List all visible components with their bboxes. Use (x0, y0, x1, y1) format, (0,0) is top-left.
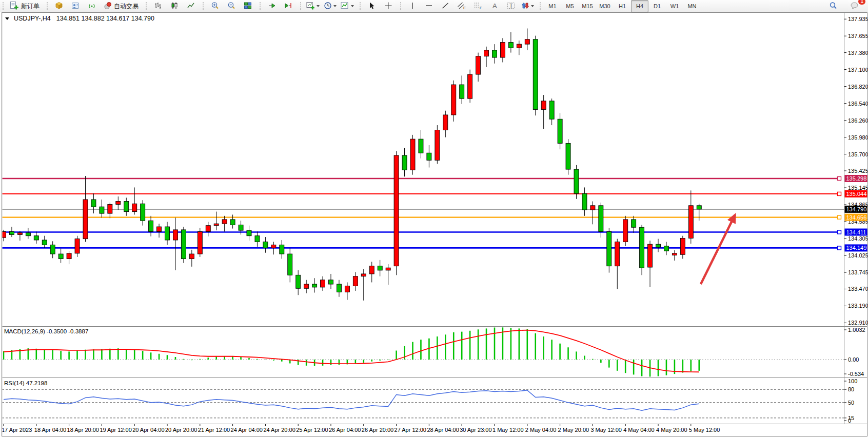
candle-body (525, 39, 529, 44)
macd-axis-tick: -0.534 (848, 371, 864, 377)
candle-body (321, 280, 325, 287)
rsi-axis-tick: 0 (848, 418, 851, 424)
rsi-axis-tick: 50 (848, 400, 854, 406)
candle-body (541, 101, 546, 110)
time-axis-label: 5 May 12:00 (689, 427, 720, 433)
candle-body (280, 245, 284, 254)
candle-body (492, 50, 497, 57)
candle-body (410, 139, 415, 170)
time-axis-label: 28 Apr 04:00 (427, 427, 459, 433)
candle-body (198, 231, 202, 254)
candle-body (460, 85, 464, 98)
time-axis-label: 1 May 12:00 (492, 427, 524, 433)
candle-body (386, 268, 390, 270)
time-axis-label: 30 Apr 23:00 (460, 427, 491, 433)
candle-body (476, 56, 481, 74)
candle-body (83, 200, 88, 239)
candle-body (607, 231, 611, 266)
candle-body (451, 85, 456, 115)
chart-symbol-period: USDJPY-,H4 (14, 15, 51, 22)
candle-body (296, 275, 301, 288)
candle-body (116, 202, 121, 205)
time-axis-label: 20 Apr 20:00 (165, 427, 197, 433)
candle-body (26, 233, 30, 236)
time-axis-label: 21 Apr 12:00 (198, 427, 230, 433)
candle-body (402, 155, 407, 170)
price-axis-tick: 134.025 (848, 252, 868, 259)
price-line-handle[interactable] (838, 176, 841, 180)
candle-body (247, 230, 251, 236)
price-axis-tick: 135.145 (848, 185, 868, 191)
time-axis-label: 18 Apr 20:00 (67, 427, 99, 433)
candle-body (427, 153, 431, 160)
candle-body (230, 220, 235, 225)
candle-body (688, 206, 693, 239)
candle-body (337, 284, 341, 292)
time-axis-label: 3 May 12:00 (590, 427, 622, 433)
candle-body (582, 193, 587, 210)
candle-body (189, 254, 194, 259)
price-line-handle[interactable] (838, 230, 841, 234)
candle-body (664, 246, 668, 251)
candle-body (599, 206, 603, 232)
candle-body (124, 202, 129, 212)
candle-body (42, 240, 47, 245)
candle-body (361, 274, 366, 276)
candle-body (206, 226, 210, 232)
price-axis-tick: 137.655 (848, 33, 868, 39)
price-badge: 134.656 (846, 214, 867, 221)
chart-menu-caret-icon[interactable] (5, 17, 9, 20)
time-axis-label: 17 Apr 2023 (2, 427, 32, 433)
price-axis-tick: 132.910 (848, 320, 868, 326)
candle-body (288, 254, 292, 275)
candle-body (157, 227, 162, 231)
time-axis-label: 2 May 04:00 (525, 427, 557, 433)
candle-body (263, 242, 268, 248)
candle-body (435, 130, 440, 160)
candle-body (623, 220, 628, 242)
price-axis-tick: 136.540 (848, 101, 868, 107)
candle-body (214, 224, 219, 226)
candle-body (443, 115, 448, 130)
candle-body (680, 238, 685, 254)
price-axis-tick: 133.470 (848, 286, 868, 292)
time-axis-label: 26 Apr 04:00 (329, 427, 361, 433)
candle-body (222, 220, 227, 224)
candle-body (394, 155, 399, 266)
chart-canvas[interactable]: 137.935137.655137.380137.100136.820136.5… (0, 0, 868, 437)
macd-indicator-label: MACD(12,26,9) -0.3500 -0.3887 (4, 328, 88, 334)
price-line-handle[interactable] (838, 246, 841, 250)
time-axis-label: 20 Apr 04:00 (132, 427, 164, 433)
candle-body (697, 206, 701, 209)
price-line-handle[interactable] (838, 215, 841, 219)
candle-body (312, 284, 317, 287)
time-axis-label: 27 Apr 12:00 (394, 427, 426, 433)
candle-body (165, 227, 170, 240)
candle-body (615, 242, 620, 266)
rsi-indicator-label: RSI(14) 47.2198 (4, 380, 47, 386)
price-axis-tick: 137.100 (848, 67, 868, 73)
chart-title: USDJPY-,H4 134.851 134.882 134.617 134.7… (5, 15, 154, 22)
time-axis-label: 4 May 04:00 (623, 427, 655, 433)
price-axis-tick: 133.745 (848, 269, 868, 275)
price-badge: 134.790 (846, 206, 867, 212)
candle-body (67, 253, 71, 259)
candle-body (378, 266, 382, 270)
candle-body (132, 204, 137, 211)
price-line-handle[interactable] (838, 192, 841, 195)
time-axis-label: 2 May 20:00 (558, 427, 589, 433)
candle-body (484, 50, 489, 56)
price-axis-tick: 136.260 (848, 117, 868, 124)
candle-body (329, 280, 333, 284)
rsi-axis-tick: 100 (848, 378, 857, 384)
candle-body (181, 230, 186, 259)
macd-axis-tick: 1.0032 (848, 327, 865, 333)
rsi-axis-tick: 80 (848, 386, 854, 392)
candle-body (517, 44, 521, 48)
candle-body (648, 244, 653, 267)
candle-body (574, 169, 579, 193)
candle-body (533, 39, 538, 110)
price-axis-tick: 136.820 (848, 84, 868, 90)
candle-body (100, 207, 104, 213)
candle-body (304, 284, 309, 288)
